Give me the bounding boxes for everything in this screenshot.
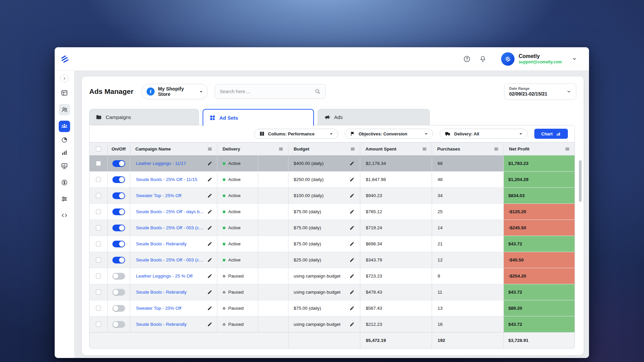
- table-row[interactable]: Sweater Top - 25% Off Active $100.00 (da…: [90, 188, 575, 204]
- row-toggle[interactable]: [112, 305, 125, 312]
- row-toggle[interactable]: [112, 289, 125, 296]
- campaign-name-link[interactable]: Seude Boots - Rebrandly: [136, 290, 187, 295]
- row-toggle[interactable]: [112, 257, 125, 263]
- edit-budget-pencil-icon[interactable]: [350, 161, 355, 166]
- search-input[interactable]: [220, 89, 315, 94]
- sidebar-item-settings[interactable]: [61, 195, 68, 202]
- row-checkbox[interactable]: [96, 322, 101, 327]
- edit-name-pencil-icon[interactable]: [207, 290, 212, 295]
- table-row[interactable]: Leather Leggings - 11/17 Active $400.00 …: [90, 156, 575, 172]
- table-row[interactable]: Seude Boots - 25% Off - days bac... Acti…: [90, 204, 575, 220]
- account-info[interactable]: Cometly support@cometly.com: [519, 53, 562, 65]
- table-row[interactable]: Seude Boots - 25% Off - 11/15 Active $25…: [90, 172, 575, 188]
- edit-name-pencil-icon[interactable]: [207, 241, 212, 246]
- campaign-name-menu-icon[interactable]: [207, 146, 212, 152]
- edit-name-pencil-icon[interactable]: [207, 193, 212, 198]
- edit-name-pencil-icon[interactable]: [207, 225, 212, 230]
- campaign-name-link[interactable]: Sweater Top - 25% Off: [136, 306, 181, 311]
- budget-menu-icon[interactable]: [350, 146, 355, 152]
- row-toggle[interactable]: [112, 321, 125, 328]
- edit-budget-pencil-icon[interactable]: [350, 257, 355, 262]
- table-row[interactable]: Sweater Top - 25% Off Paused $75.00 (dai…: [90, 300, 575, 316]
- table-row[interactable]: Seude Boots - 25% Off - 003 (ca... Activ…: [90, 252, 575, 268]
- row-toggle[interactable]: [112, 192, 125, 199]
- row-toggle[interactable]: [112, 176, 125, 183]
- tab-campaigns[interactable]: Campaigns: [89, 109, 199, 125]
- sidebar-item-presentation[interactable]: [61, 162, 68, 170]
- edit-budget-pencil-icon[interactable]: [350, 241, 355, 246]
- edit-budget-pencil-icon[interactable]: [350, 306, 355, 311]
- campaign-name-link[interactable]: Seude Boots - Rebrandly: [136, 241, 187, 246]
- row-toggle[interactable]: [112, 241, 125, 247]
- store-selector[interactable]: f My Shopify Store: [142, 84, 208, 99]
- objectives-filter-dropdown[interactable]: Objectives: Conversion: [345, 129, 433, 139]
- campaign-name-link[interactable]: Seude Boots - 25% Off - days bac...: [136, 209, 205, 214]
- sidebar-item-pie-report[interactable]: [61, 136, 68, 143]
- campaign-name-link[interactable]: Sweater Top - 25% Off: [136, 193, 181, 198]
- chart-button[interactable]: Chart: [534, 129, 568, 139]
- sidebar-item-analytics[interactable]: [61, 149, 68, 156]
- edit-budget-pencil-icon[interactable]: [350, 322, 355, 327]
- purchases-menu-icon[interactable]: [494, 146, 499, 152]
- row-toggle[interactable]: [112, 160, 125, 167]
- edit-name-pencil-icon[interactable]: [207, 274, 212, 279]
- edit-name-pencil-icon[interactable]: [207, 177, 212, 182]
- table-row[interactable]: Seude Boots - Rebrandly Paused using cam…: [90, 284, 575, 300]
- campaign-name-link[interactable]: Leather Leggings - 25 % Off: [136, 274, 193, 279]
- row-checkbox[interactable]: [96, 161, 101, 166]
- vertical-scrollbar[interactable]: [579, 160, 582, 202]
- row-toggle[interactable]: [112, 208, 125, 215]
- table-row[interactable]: Seude Boots - Rebrandly Active $75.00 (d…: [90, 236, 575, 252]
- edit-name-pencil-icon[interactable]: [207, 306, 212, 311]
- search-icon[interactable]: [315, 88, 321, 95]
- notifications-bell-icon[interactable]: [479, 55, 486, 62]
- sidebar-item-audiences[interactable]: [59, 121, 70, 132]
- amount-spent-menu-icon[interactable]: [422, 146, 427, 152]
- campaign-name-link[interactable]: Leather Leggings - 11/17: [136, 161, 186, 166]
- row-checkbox[interactable]: [96, 209, 101, 214]
- sidebar-item-users[interactable]: [59, 104, 70, 115]
- edit-budget-pencil-icon[interactable]: [350, 193, 355, 198]
- table-row[interactable]: Leather Leggings - 25 % Off Paused using…: [90, 268, 575, 284]
- table-row[interactable]: Seude Boots - Rebrandly Paused using cam…: [90, 316, 575, 333]
- campaign-name-link[interactable]: Seude Boots - 25% Off - 003 (ca...: [136, 257, 205, 262]
- columns-filter-dropdown[interactable]: Collums: Performance: [254, 129, 338, 139]
- edit-name-pencil-icon[interactable]: [207, 161, 212, 166]
- edit-name-pencil-icon[interactable]: [207, 322, 212, 327]
- campaign-name-link[interactable]: Seude Boots - 25% Off - 003 (ca...: [136, 225, 205, 230]
- help-button[interactable]: [463, 55, 471, 63]
- row-checkbox[interactable]: [96, 274, 101, 279]
- row-checkbox[interactable]: [96, 225, 101, 230]
- row-checkbox[interactable]: [96, 193, 101, 198]
- account-chevron-down-icon[interactable]: [572, 56, 577, 61]
- edit-budget-pencil-icon[interactable]: [350, 225, 355, 230]
- edit-budget-pencil-icon[interactable]: [350, 290, 355, 295]
- row-checkbox[interactable]: [96, 257, 101, 262]
- row-checkbox[interactable]: [96, 306, 101, 311]
- row-checkbox[interactable]: [96, 241, 101, 246]
- edit-budget-pencil-icon[interactable]: [350, 177, 355, 182]
- sidebar-expand-button[interactable]: [60, 74, 68, 82]
- edit-budget-pencil-icon[interactable]: [350, 209, 355, 214]
- table-row[interactable]: Seude Boots - 25% Off - 003 (ca... Activ…: [90, 220, 575, 236]
- row-checkbox[interactable]: [96, 177, 101, 182]
- edit-name-pencil-icon[interactable]: [207, 209, 212, 214]
- edit-budget-pencil-icon[interactable]: [350, 274, 355, 279]
- select-all-checkbox[interactable]: [96, 146, 101, 152]
- row-toggle[interactable]: [112, 225, 125, 231]
- sidebar-item-developer[interactable]: [61, 212, 68, 219]
- row-toggle[interactable]: [112, 273, 125, 280]
- sidebar-item-revenue[interactable]: [61, 179, 68, 186]
- sidebar-item-dashboard[interactable]: [61, 89, 68, 97]
- account-avatar[interactable]: [501, 52, 515, 66]
- net-profit-menu-icon[interactable]: [565, 146, 570, 152]
- date-range-picker[interactable]: Date Range 02/09/21-02/15/21: [504, 83, 576, 100]
- tab-ads[interactable]: Ads: [318, 109, 430, 125]
- edit-name-pencil-icon[interactable]: [207, 257, 212, 262]
- delivery-menu-icon[interactable]: [278, 146, 283, 152]
- row-checkbox[interactable]: [96, 290, 101, 295]
- campaign-name-link[interactable]: Seude Boots - Rebrandly: [136, 322, 187, 327]
- campaign-name-link[interactable]: Seude Boots - 25% Off - 11/15: [136, 177, 198, 182]
- tab-ad-sets[interactable]: Ad Sets: [203, 109, 314, 126]
- delivery-filter-dropdown[interactable]: Delivery: All: [440, 129, 528, 139]
